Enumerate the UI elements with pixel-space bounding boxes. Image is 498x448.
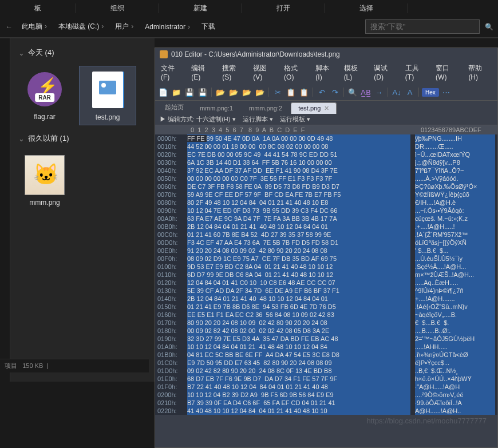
- menu-templates[interactable]: 模板(L): [341, 62, 370, 82]
- file-test-png[interactable]: test.png: [79, 66, 136, 125]
- file-mmm-png[interactable]: mmm.png: [16, 152, 73, 210]
- hex-row[interactable]: 00B0h:2B 12 04 84 04 01 21 41 40 48 10 1…: [155, 223, 497, 231]
- hex-ascii[interactable]: óLïGªäsj~[{ýÕýXÑ: [415, 239, 495, 247]
- group-long-ago[interactable]: 很久以前 (1): [16, 130, 149, 147]
- more-icon[interactable]: ⋯: [441, 86, 452, 98]
- hex-bytes[interactable]: 32 3D 27 99 7E E5 D3 4A 35 47 DA BD FE E…: [187, 335, 410, 343]
- hex-row[interactable]: 0190h:32 3D 27 99 7E E5 D3 4A 35 47 DA B…: [155, 335, 497, 343]
- run-script-dropdown[interactable]: 运行脚本 ▾: [243, 115, 273, 124]
- menu-edit[interactable]: 编辑(E): [188, 62, 218, 82]
- hex-ascii[interactable]: ' $...B.€ $...: [415, 247, 495, 255]
- menu-view[interactable]: 视图(V): [250, 62, 279, 82]
- hex-row[interactable]: 0050h:00 00 00 00 00 00 C0 7F 3E 56 FF E…: [155, 175, 497, 183]
- hex-row[interactable]: 0090h:10 12 04 7E ED 0F D3 73 9B 95 DD 3…: [155, 207, 497, 215]
- undo-icon[interactable]: ↶: [316, 86, 327, 98]
- hex-ascii[interactable]: € $...B.€ $.: [415, 319, 495, 327]
- hex-ascii[interactable]: ·"A@H.....!A@H: [415, 383, 495, 391]
- hex-ascii[interactable]: .....!AHH.....: [415, 343, 495, 351]
- hex-bytes[interactable]: 01 21 41 60 7B 8E B4 52 4D 27 39 35 37 5…: [187, 231, 410, 239]
- hex-bytes[interactable]: 12 04 84 04 01 41 C0 10 10 C8 E6 48 AE C…: [187, 279, 410, 287]
- paste-icon[interactable]: 📋: [298, 86, 310, 98]
- hex-bytes[interactable]: 09 02 42 82 80 90 20 20 24 08 8C 0F 13 4…: [187, 367, 410, 375]
- hex-row[interactable]: 0020h:EC 7E DB 00 00 05 9C 49 44 41 54 7…: [155, 150, 497, 158]
- save-icon[interactable]: 💾: [184, 86, 195, 98]
- hex-ascii[interactable]: ......À.>Vÿáóóó.: [415, 175, 495, 183]
- hex-ascii[interactable]: j.;.@Ñ8dÿ[v...P8: [415, 158, 495, 166]
- hex-row[interactable]: 0160h:EE E5 E1 F1 EA EC C2 36 56 84 08 1…: [155, 311, 497, 319]
- hex-row[interactable]: 01E0h:68 D7 EB 7F F6 9E 9B D7 DA D7 34 F…: [155, 375, 497, 383]
- hex-bytes[interactable]: B7 22 41 40 48 10 12 04 84 04 01 01 21 4…: [187, 383, 410, 391]
- hex-bytes[interactable]: B7 39 39 0F EA D4 C6 6F 65 FA EF CD 04 0…: [187, 399, 410, 407]
- copy-icon[interactable]: 📋: [285, 86, 297, 98]
- hex-bytes[interactable]: EE E5 E1 F1 EA EC C2 36 56 84 08 10 09 0…: [187, 311, 410, 319]
- menu-window[interactable]: 窗口(W): [432, 62, 464, 82]
- bc-drive-c[interactable]: 本地磁盘 (C:): [55, 21, 109, 33]
- hex-bytes[interactable]: 00 09 02 82 42 08 02 00 02 02 42 08 05 D…: [187, 327, 410, 335]
- hex-ascii[interactable]: .+....!A@H.....!: [415, 223, 495, 231]
- hex-ascii[interactable]: m×™žÛÆŠ..!A@H...: [415, 271, 495, 279]
- hex-row[interactable]: 00C0h:01 21 41 60 7B 8E B4 52 4D 27 39 3…: [155, 231, 497, 239]
- hex-ascii[interactable]: 7'ìªß7¯ÝîñA..Ô?~: [415, 166, 495, 175]
- bc-this-pc[interactable]: 此电脑: [18, 21, 53, 33]
- folder-icon[interactable]: 📂: [254, 86, 266, 98]
- hex-ascii[interactable]: 2='™~åÓJ5GÚ½þëH: [415, 335, 495, 343]
- search-icon[interactable]: 🔍: [482, 20, 496, 34]
- hex-ascii[interactable]: ....²9Ò©›õm›V„éé: [415, 391, 495, 399]
- hex-row[interactable]: 0070h:59 A9 9E CF EE DF 57 9F BF CD EA F…: [155, 191, 497, 199]
- hex-row[interactable]: 0130h:5E 39 CF AD DA 2F 34 7D 6E DE A9 E…: [155, 287, 497, 295]
- hex-row[interactable]: 01A0h:10 10 12 04 84 04 01 21 41 48 48 1…: [155, 343, 497, 351]
- hex-ascii[interactable]: +....!A@H.......: [415, 295, 495, 303]
- hex-ascii[interactable]: .Sçé½Â....!A@H...: [415, 263, 495, 271]
- hex-row[interactable]: 01F0h:B7 22 41 40 48 10 12 04 84 04 01 0…: [155, 383, 497, 391]
- hex-bytes[interactable]: 91 20 20 24 08 00 09 02 42 80 90 20 20 2…: [187, 247, 410, 255]
- hex-bytes[interactable]: 10 10 12 04 84 04 01 21 41 48 48 10 10 1…: [187, 343, 410, 351]
- hex-row[interactable]: 0200h:10 10 12 04 B2 39 D2 A9 9B F5 6D 9…: [155, 391, 497, 399]
- hex-row[interactable]: 0210h:B7 39 39 0F EA D4 C6 6F 65 FA EF C…: [155, 399, 497, 407]
- menu-scripts[interactable]: 脚本(I): [312, 62, 339, 82]
- hex-bytes[interactable]: 41 40 48 10 10 12 04 84 04 01 21 41 40 4…: [187, 407, 410, 415]
- hex-row[interactable]: 00E0h:91 20 20 24 08 00 09 02 42 80 90 2…: [155, 247, 497, 255]
- hex-row[interactable]: 0140h:2B 12 04 84 01 21 41 40 48 10 10 1…: [155, 295, 497, 303]
- hex-row[interactable]: 0040h:37 92 EC AA DF 37 AF DD EE F1 41 9…: [155, 166, 497, 175]
- hex-row[interactable]: 0220h:41 40 48 10 10 12 04 84 04 01 21 4…: [155, 407, 497, 415]
- hex-row[interactable]: 01B0h:04 81 EC 5C BB BE 6E FF A4 DA 47 5…: [155, 351, 497, 359]
- hex-ascii[interactable]: ...Ù.éuŠÎ.Û5½¯iy: [415, 255, 495, 263]
- folder-icon[interactable]: 📂: [228, 86, 239, 98]
- hex-row[interactable]: 0000h:FF FE 89 50 4E 47 0D 0A 1A 0A 00 0…: [155, 134, 497, 142]
- hex-ascii[interactable]: ì~Û...œIDATxœíÝQ: [415, 150, 495, 158]
- hex-bytes[interactable]: 6A 1C 3B 14 40 D1 38 64 FF 5B 76 16 10 0…: [187, 158, 410, 166]
- hex-row[interactable]: 0030h:6A 1C 3B 14 40 D1 38 64 FF 5B 76 1…: [155, 158, 497, 166]
- close-tab-icon[interactable]: ✕: [324, 105, 329, 112]
- hex-row[interactable]: 0080h:80 2F 49 48 10 12 04 84 04 01 21 4…: [155, 199, 497, 207]
- hex-bytes[interactable]: 2B 12 04 84 04 01 21 41 40 48 10 12 04 8…: [187, 223, 410, 231]
- save-all-icon[interactable]: 💾: [197, 86, 208, 98]
- tab-mmm-png-2[interactable]: mmm.png:2: [242, 102, 290, 114]
- menu-tools[interactable]: 工具(T): [402, 62, 431, 82]
- group-today[interactable]: 今天 (4): [16, 44, 149, 61]
- hex-row[interactable]: 01D0h:09 02 42 82 80 90 20 20 24 08 8C 0…: [155, 367, 497, 375]
- hex-row[interactable]: 0110h:6D D7 99 9E DB C6 8A 04 01 21 41 4…: [155, 271, 497, 279]
- font-icon[interactable]: A: [404, 86, 416, 98]
- hex-ascii[interactable]: ·99.òÔÆîeðïÍ..!A: [415, 399, 495, 407]
- hex-ascii[interactable]: ÞÇ?ûøXþ.‰ÕsØý¹Ó×: [415, 183, 495, 191]
- folder-icon[interactable]: 📂: [215, 86, 226, 98]
- menu-debug[interactable]: 调试(D): [370, 62, 401, 82]
- hex-row[interactable]: 0170h:80 90 20 20 24 08 10 09 02 42 80 9…: [155, 319, 497, 327]
- hex-row[interactable]: 0010h:44 52 00 00 01 18 00 00 00 8C 08 0…: [155, 142, 497, 150]
- hex-bytes[interactable]: E9 7D 50 95 DD E7 63 45 82 80 90 20 24 0…: [187, 359, 410, 367]
- hex-ascii[interactable]: é}P•Ýçcc$...: [415, 359, 495, 367]
- search-input[interactable]: [365, 19, 480, 34]
- hex-bytes[interactable]: 10 12 04 7E ED 0F D3 73 9B 95 DD 39 C3 F…: [187, 207, 410, 215]
- hex-ascii[interactable]: A@H......!A@H..: [415, 407, 495, 415]
- nav-back-icon[interactable]: ←: [2, 20, 16, 34]
- hex-ascii[interactable]: €/IH....!A@H.è: [415, 199, 495, 207]
- highlight-icon[interactable]: A↓: [391, 86, 402, 98]
- hex-ascii[interactable]: .ì\»¾nÿ¤ÚGTå<èØ: [415, 351, 495, 359]
- hex-bytes[interactable]: F3 4C EF 47 AA E4 73 6A 7E 5B 7B FD D5 F…: [187, 239, 410, 247]
- hex-bytes[interactable]: 68 D7 EB 7F F6 9E 9B D7 DA D7 34 F1 FE 5…: [187, 375, 410, 383]
- hex-bytes[interactable]: 10 10 12 04 B2 39 D2 A9 9B F5 6D 9B 56 8…: [187, 391, 410, 399]
- find-replace-icon[interactable]: A̲B̲: [360, 86, 371, 98]
- hex-ascii[interactable]: ..B‚€ $.Œ..N½¸: [415, 367, 495, 375]
- hex-ascii[interactable]: ...‚B.....B..Ø:.: [415, 327, 495, 335]
- ribbon-group-open[interactable]: 打开: [242, 3, 325, 13]
